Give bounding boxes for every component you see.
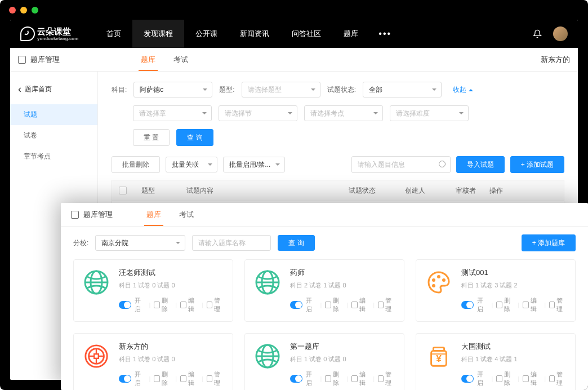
- side-papers[interactable]: 试卷: [10, 125, 97, 146]
- type-select[interactable]: 请选择题型: [242, 82, 320, 98]
- card-title: 汪老师测试: [119, 268, 225, 278]
- card-body: 第一题库 科目 1 试卷 0 试题 0 开启 | 删除 | 编辑 | 管理: [290, 342, 396, 387]
- card-title: 测试001: [461, 268, 567, 278]
- th-type: 题型: [141, 186, 186, 196]
- bank-card[interactable]: 汪老师测试 科目 1 试卷 0 试题 0 开启 | 删除 | 编辑 | 管理: [73, 259, 233, 322]
- top-nav: 云朵课堂 yunduoketang.com 首页 发现课程 公开课 新闻资讯 问…: [10, 20, 578, 48]
- edit-action[interactable]: 编辑: [351, 370, 369, 387]
- open-toggle[interactable]: [119, 375, 131, 383]
- query-button[interactable]: 查 询: [176, 129, 213, 146]
- type-label: 题型:: [219, 85, 234, 95]
- open-toggle[interactable]: [461, 301, 474, 309]
- bell-icon[interactable]: [533, 29, 542, 38]
- section-select[interactable]: 请选择节: [219, 105, 297, 121]
- front-tab-bank[interactable]: 题库: [137, 203, 170, 226]
- front-tab-exam[interactable]: 考试: [170, 203, 203, 226]
- open-toggle[interactable]: [290, 375, 302, 383]
- batch-enable-button[interactable]: 批量启用/禁...: [223, 157, 285, 172]
- logo-icon: [20, 26, 35, 41]
- delete-action[interactable]: 删除: [325, 370, 343, 387]
- delete-action[interactable]: 删除: [496, 296, 514, 313]
- logo-text-sub: yunduoketang.com: [37, 36, 78, 41]
- nav-discover[interactable]: 发现课程: [132, 20, 184, 48]
- edit-action[interactable]: 编辑: [180, 370, 198, 387]
- open-toggle[interactable]: [119, 301, 131, 309]
- manage-action[interactable]: 管理: [207, 370, 225, 387]
- side-chapters[interactable]: 章节考点: [10, 146, 97, 167]
- difficulty-select[interactable]: 请选择难度: [390, 105, 469, 121]
- card-body: 大国测试 科目 1 试卷 4 试题 1 开启 | 删除 | 编辑 | 管理: [461, 342, 567, 387]
- minimize-icon[interactable]: [20, 7, 27, 14]
- front-header-title-wrap: 题库管理: [71, 210, 113, 220]
- batch-delete-button[interactable]: 批量删除: [112, 156, 160, 173]
- subject-label: 科目:: [112, 85, 127, 95]
- bank-card[interactable]: 大国测试 科目 1 试卷 4 试题 1 开启 | 删除 | 编辑 | 管理: [416, 333, 576, 390]
- branch-label: 分校:: [73, 238, 88, 248]
- open-toggle[interactable]: [461, 375, 474, 383]
- maximize-icon[interactable]: [32, 7, 38, 14]
- nav-home[interactable]: 首页: [95, 20, 132, 48]
- logo[interactable]: 云朵课堂 yunduoketang.com: [20, 26, 78, 41]
- add-bank-button[interactable]: + 添加题库: [522, 234, 576, 251]
- manage-action[interactable]: 管理: [207, 296, 225, 313]
- delete-action[interactable]: 删除: [496, 370, 514, 387]
- card-icon: [82, 268, 111, 297]
- delete-action[interactable]: 删除: [154, 296, 172, 313]
- branch-select[interactable]: 南京分院: [95, 235, 185, 251]
- th-status: 试题状态: [349, 186, 405, 196]
- add-question-button[interactable]: + 添加试题: [510, 156, 564, 173]
- edit-action[interactable]: 编辑: [351, 296, 369, 313]
- subject-select[interactable]: 阿萨德c: [133, 82, 212, 98]
- bank-card[interactable]: 测试001 科目 1 试卷 3 试题 2 开启 | 删除 | 编辑 | 管理: [416, 259, 576, 322]
- batch-relate-button[interactable]: 批量关联: [166, 157, 217, 172]
- filter-buttons: 重 置 查 询: [133, 129, 564, 146]
- avatar[interactable]: [553, 26, 568, 41]
- collapse-toggle[interactable]: 收起: [453, 85, 473, 95]
- delete-action[interactable]: 删除: [325, 296, 343, 313]
- front-header: 题库管理 题库 考试: [61, 203, 588, 227]
- bank-card[interactable]: 第一题库 科目 1 试卷 0 试题 0 开启 | 删除 | 编辑 | 管理: [244, 333, 404, 390]
- search-input[interactable]: [351, 156, 451, 173]
- close-icon[interactable]: [9, 7, 16, 14]
- manage-action[interactable]: 管理: [378, 296, 396, 313]
- delete-action[interactable]: 删除: [154, 370, 172, 387]
- nav-more[interactable]: •••: [369, 20, 400, 48]
- card-title: 药师: [290, 268, 396, 278]
- manage-action[interactable]: 管理: [549, 370, 567, 387]
- edit-action[interactable]: 编辑: [523, 296, 541, 313]
- card-body: 汪老师测试 科目 1 试卷 0 试题 0 开启 | 删除 | 编辑 | 管理: [119, 268, 225, 313]
- status-select[interactable]: 全部: [363, 82, 442, 98]
- nav-news[interactable]: 新闻资讯: [229, 20, 280, 48]
- th-creator: 创建人: [405, 186, 456, 196]
- nav-bank[interactable]: 题库: [332, 20, 369, 48]
- card-icon: [82, 342, 111, 371]
- bank-card[interactable]: 新东方的 科目 1 试卷 0 试题 0 开启 | 删除 | 编辑 | 管理: [73, 333, 233, 390]
- card-meta: 科目 1 试卷 3 试题 2: [461, 281, 567, 290]
- card-actions: 开启 | 删除 | 编辑 | 管理: [461, 370, 567, 387]
- open-toggle[interactable]: [290, 301, 302, 309]
- bank-search-input[interactable]: [192, 235, 271, 251]
- side-items: 试题 试卷 章节考点: [10, 104, 97, 167]
- nav-community[interactable]: 问答社区: [280, 20, 332, 48]
- palette-icon: [425, 269, 452, 296]
- manage-action[interactable]: 管理: [549, 296, 567, 313]
- chapter-select[interactable]: 请选择章: [133, 105, 212, 121]
- front-query-button[interactable]: 查 询: [278, 235, 314, 251]
- open-label: 开启: [306, 370, 317, 387]
- manage-action[interactable]: 管理: [378, 370, 396, 387]
- point-select[interactable]: 请选择考点: [304, 105, 383, 121]
- browser-frame: 云朵课堂 yunduoketang.com 首页 发现课程 公开课 新闻资讯 问…: [0, 0, 588, 390]
- select-all-checkbox[interactable]: [119, 187, 127, 194]
- tab-exam[interactable]: 考试: [164, 48, 197, 71]
- edit-action[interactable]: 编辑: [523, 370, 541, 387]
- bank-card[interactable]: 药师 科目 2 试卷 1 试题 0 开启 | 删除 | 编辑 | 管理: [244, 259, 404, 322]
- edit-action[interactable]: 编辑: [180, 296, 198, 313]
- jar-icon: [426, 343, 452, 369]
- reset-button[interactable]: 重 置: [133, 129, 170, 146]
- nav-public[interactable]: 公开课: [184, 20, 229, 48]
- card-title: 第一题库: [290, 342, 396, 352]
- tab-bank[interactable]: 题库: [132, 48, 164, 71]
- side-questions[interactable]: 试题: [10, 104, 97, 125]
- back-link[interactable]: 题库首页: [10, 78, 97, 100]
- import-button[interactable]: 导入试题: [456, 156, 505, 173]
